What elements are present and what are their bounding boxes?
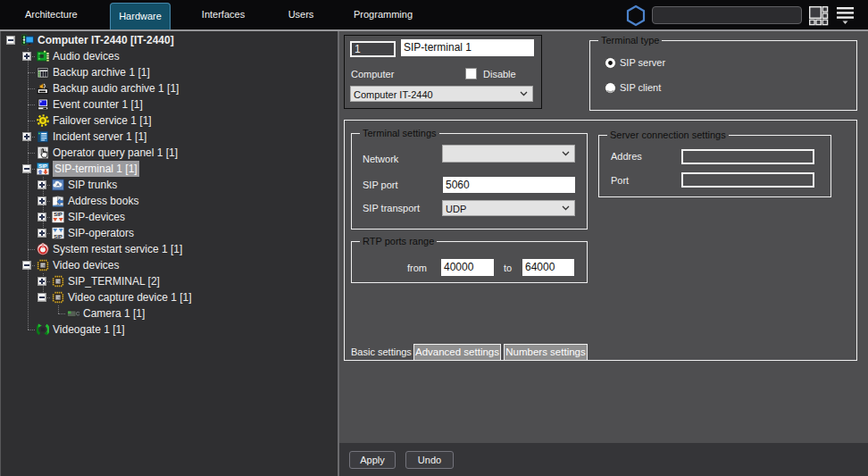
svg-text:SIP: SIP: [54, 212, 63, 217]
svg-text:SIP: SIP: [38, 163, 46, 169]
svg-text:SIP: SIP: [54, 234, 63, 239]
